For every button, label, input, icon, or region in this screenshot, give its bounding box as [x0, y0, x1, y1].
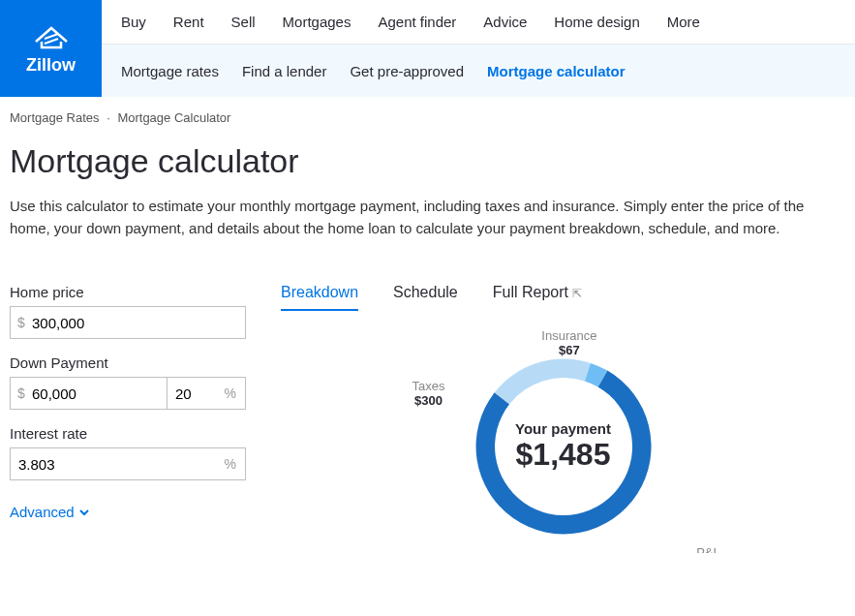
interest-rate-input[interactable]	[10, 447, 246, 480]
external-link-icon: ⇱	[572, 287, 582, 300]
results-panel: Breakdown Schedule Full Report⇱	[281, 284, 845, 553]
interest-rate-label: Interest rate	[10, 425, 246, 442]
nav-rent[interactable]: Rent	[173, 14, 204, 30]
advanced-toggle[interactable]: Advanced	[10, 504, 90, 520]
down-payment-amount-input[interactable]	[10, 377, 167, 410]
zillow-logo-icon	[32, 22, 71, 49]
nav-agent-finder[interactable]: Agent finder	[378, 14, 456, 30]
down-payment-percent-input[interactable]	[167, 377, 246, 410]
nav-more[interactable]: More	[667, 14, 700, 30]
nav-advice[interactable]: Advice	[483, 14, 527, 30]
donut-center: Your payment $1,485	[515, 420, 611, 473]
logo[interactable]: Zillow	[0, 0, 102, 97]
label-insurance: Insurance $67	[541, 328, 596, 357]
tab-schedule[interactable]: Schedule	[393, 284, 458, 311]
center-label: Your payment	[515, 420, 611, 437]
payment-donut-chart: Your payment $1,485 Insurance $67 Taxes …	[409, 340, 718, 553]
down-payment-label: Down Payment	[10, 354, 246, 371]
subnav-mortgage-calculator[interactable]: Mortgage calculator	[487, 63, 626, 79]
segment-taxes	[494, 359, 590, 405]
label-taxes: Taxes $300	[412, 379, 445, 408]
nav-sell[interactable]: Sell	[231, 14, 256, 30]
chevron-down-icon	[78, 507, 90, 518]
tab-full-report[interactable]: Full Report⇱	[493, 284, 582, 311]
breadcrumb-item[interactable]: Mortgage Rates	[10, 110, 100, 125]
result-tabs: Breakdown Schedule Full Report⇱	[281, 284, 845, 311]
center-total: $1,485	[515, 437, 611, 473]
subnav-find-lender[interactable]: Find a lender	[242, 63, 327, 79]
subnav-get-preapproved[interactable]: Get pre-approved	[350, 63, 464, 79]
breadcrumb-item[interactable]: Mortgage Calculator	[117, 110, 230, 125]
breadcrumb: Mortgage Rates · Mortgage Calculator	[10, 110, 845, 125]
top-nav: Buy Rent Sell Mortgages Agent finder Adv…	[102, 0, 855, 45]
home-price-label: Home price	[10, 284, 246, 300]
home-price-input[interactable]	[10, 306, 246, 339]
subnav-mortgage-rates[interactable]: Mortgage rates	[121, 63, 219, 79]
label-pi: P&I $1,119	[687, 545, 726, 553]
brand-name: Zillow	[26, 55, 76, 76]
page-title: Mortgage calculator	[10, 142, 845, 180]
nav-mortgages[interactable]: Mortgages	[283, 14, 351, 30]
inputs-panel: Home price Down Payment Interest rate Ad…	[10, 284, 246, 553]
sub-nav: Mortgage rates Find a lender Get pre-app…	[102, 45, 855, 97]
tab-breakdown[interactable]: Breakdown	[281, 284, 358, 311]
page-description: Use this calculator to estimate your mon…	[10, 196, 845, 239]
nav-home-design[interactable]: Home design	[554, 14, 639, 30]
nav-buy[interactable]: Buy	[121, 14, 146, 30]
